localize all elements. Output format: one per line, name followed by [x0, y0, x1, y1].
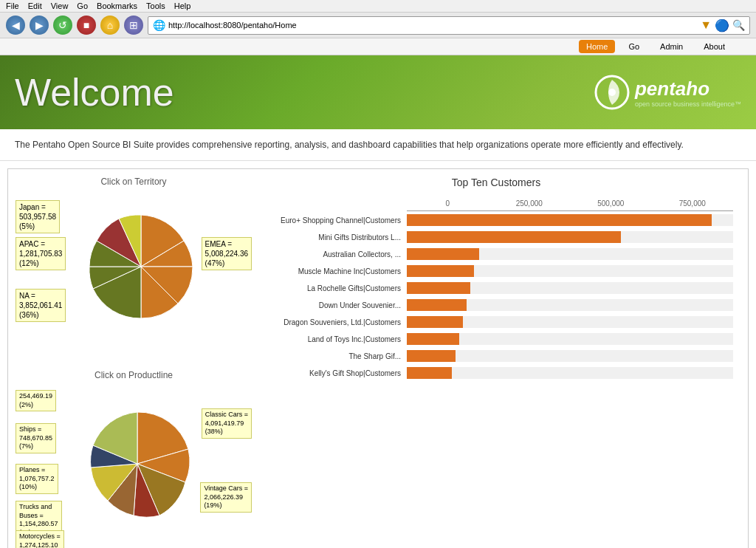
svg-point-1	[608, 89, 616, 96]
browser-toolbar: ◀ ▶ ↺ ■ ⌂ ⊞ 🌐 ▼ 🔵 🔍	[0, 13, 756, 38]
menu-go[interactable]: Go	[77, 1, 88, 10]
bar-track-6	[407, 316, 733, 328]
bar-row-1[interactable]: Mini Gifts Distributors L...	[259, 230, 733, 244]
axis-0: 0	[407, 199, 489, 208]
bar-track-7	[407, 333, 733, 345]
bar-fill-4	[407, 282, 470, 294]
pentaho-logo: pentaho open source business intelligenc…	[594, 74, 741, 111]
page-nav-bar: Home Go Admin About	[0, 38, 756, 55]
axis-750k: 750,000	[652, 199, 734, 208]
home-button[interactable]: ⌂	[100, 16, 120, 35]
url-input[interactable]	[168, 21, 700, 30]
territory-chart-section: Click on Territory	[16, 177, 252, 355]
axis-250k: 250,000	[489, 199, 571, 208]
bar-fill-0	[407, 214, 712, 226]
logo-text: pentaho	[635, 78, 741, 100]
bar-track-8	[407, 350, 733, 362]
nav-about[interactable]: About	[696, 40, 732, 53]
stop-button[interactable]: ■	[77, 16, 96, 35]
nav-home[interactable]: Home	[579, 40, 615, 53]
refresh-button[interactable]: ↺	[53, 16, 72, 35]
bar-fill-7	[407, 333, 459, 345]
top-customers-title: Top Ten Customers	[252, 177, 740, 188]
productline-chart-section: Click on Productline	[16, 370, 252, 548]
address-bar: 🌐 ▼ 🔵 🔍	[148, 16, 750, 35]
grid-button[interactable]: ⊞	[124, 16, 143, 35]
bar-label-9: Kelly's Gift Shop|Customers	[259, 369, 407, 377]
bar-rows: Euro+ Shopping Channel|Customers Mini Gi…	[259, 213, 733, 380]
bar-fill-3	[407, 265, 474, 277]
bar-label-1: Mini Gifts Distributors L...	[259, 233, 407, 242]
menu-help[interactable]: Help	[174, 1, 191, 10]
back-button[interactable]: ◀	[6, 16, 25, 35]
bar-row-0[interactable]: Euro+ Shopping Channel|Customers	[259, 213, 733, 227]
territory-pie-chart[interactable]	[82, 208, 200, 326]
bar-fill-8	[407, 350, 456, 362]
pl-motorcycles-label[interactable]: Motorcycles =1,274,125.10	[16, 530, 64, 548]
bar-row-2[interactable]: Australian Collectors, ...	[259, 247, 733, 261]
axis-500k: 500,000	[570, 199, 652, 208]
menu-bar: File Edit View Go Bookmarks Tools Help	[0, 0, 756, 13]
page-content: Welcome pentaho open source business int…	[0, 55, 756, 548]
bar-fill-6	[407, 316, 463, 328]
bar-row-6[interactable]: Dragon Souveniers, Ltd.|Customers	[259, 315, 733, 329]
bar-track-1	[407, 231, 733, 243]
logo-tagline: open source business intelligence™	[635, 100, 741, 108]
bar-fill-9	[407, 367, 452, 379]
pl-ships-label[interactable]: Ships =748,670.85(7%)	[16, 423, 56, 453]
bar-row-4[interactable]: La Rochelle Gifts|Customers	[259, 281, 733, 295]
bar-row-3[interactable]: Muscle Machine Inc|Customers	[259, 264, 733, 278]
page-header: Welcome pentaho open source business int…	[0, 55, 756, 129]
forward-button[interactable]: ▶	[30, 16, 49, 35]
menu-file[interactable]: File	[6, 1, 19, 10]
territory-na-label[interactable]: NA =3,852,061.41(36%)	[16, 289, 66, 322]
bar-label-8: The Sharp Gif...	[259, 352, 407, 360]
bar-row-7[interactable]: Land of Toys Inc.|Customers	[259, 332, 733, 346]
bar-track-4	[407, 282, 733, 294]
bar-track-5	[407, 299, 733, 311]
logo-icon	[594, 74, 630, 111]
productline-chart-title[interactable]: Click on Productline	[16, 370, 252, 380]
nav-go[interactable]: Go	[621, 40, 647, 53]
bar-label-2: Australian Collectors, ...	[259, 250, 407, 258]
pl-vintagecars-label[interactable]: Vintage Cars =2,066,226.39(19%)	[200, 482, 252, 513]
nav-admin[interactable]: Admin	[653, 40, 690, 53]
bar-label-5: Down Under Souvenier...	[259, 301, 407, 309]
intro-text: The Pentaho Open Source BI Suite provide…	[0, 129, 756, 161]
bar-fill-5	[407, 299, 467, 311]
pl-planes-label[interactable]: Planes =1,076,757.2(10%)	[16, 464, 58, 494]
bar-fill-1	[407, 231, 621, 243]
bar-fill-2	[407, 248, 479, 260]
bar-track-2	[407, 248, 733, 260]
bar-label-4: La Rochelle Gifts|Customers	[259, 284, 407, 292]
bar-track-3	[407, 265, 733, 277]
menu-edit[interactable]: Edit	[28, 1, 42, 10]
pl-classiccars-label[interactable]: Classic Cars =4,091,419.79(38%)	[202, 408, 252, 439]
bar-chart-area: 0 250,000 500,000 750,000 Euro+ Shopping…	[252, 196, 740, 386]
territory-pie-area: Japan =503,957.58(5%) APAC =1,281,705.83…	[16, 193, 252, 355]
productline-pie-area: 254,469.19(2%) Ships =748,670.85(7%) Pla…	[16, 386, 252, 548]
bar-label-3: Muscle Machine Inc|Customers	[259, 267, 407, 275]
menu-tools[interactable]: Tools	[146, 1, 165, 10]
territory-emea-label[interactable]: EMEA =5,008,224.36(47%)	[202, 237, 252, 270]
bar-row-9[interactable]: Kelly's Gift Shop|Customers	[259, 366, 733, 380]
bar-row-5[interactable]: Down Under Souvenier...	[259, 298, 733, 312]
axis-line	[407, 210, 733, 211]
right-panel: Top Ten Customers 0 250,000 500,000 750,…	[252, 177, 740, 548]
bar-label-6: Dragon Souveniers, Ltd.|Customers	[259, 318, 407, 326]
bar-row-8[interactable]: The Sharp Gif...	[259, 349, 733, 363]
pl-trains-label[interactable]: 254,469.19(2%)	[16, 390, 56, 411]
charts-container: Click on Territory	[7, 168, 749, 548]
bar-label-0: Euro+ Shopping Channel|Customers	[259, 216, 407, 225]
productline-pie-chart[interactable]	[82, 408, 193, 519]
territory-apac-label[interactable]: APAC =1,281,705.83(12%)	[16, 237, 66, 270]
menu-view[interactable]: View	[51, 1, 69, 10]
territory-japan-label[interactable]: Japan =503,957.58(5%)	[16, 200, 60, 233]
bar-track-9	[407, 367, 733, 379]
left-panel: Click on Territory	[16, 177, 252, 548]
menu-bookmarks[interactable]: Bookmarks	[97, 1, 137, 10]
bar-track-0	[407, 214, 733, 226]
bar-label-7: Land of Toys Inc.|Customers	[259, 335, 407, 343]
territory-chart-title[interactable]: Click on Territory	[16, 177, 252, 187]
bar-axis: 0 250,000 500,000 750,000	[407, 199, 733, 208]
